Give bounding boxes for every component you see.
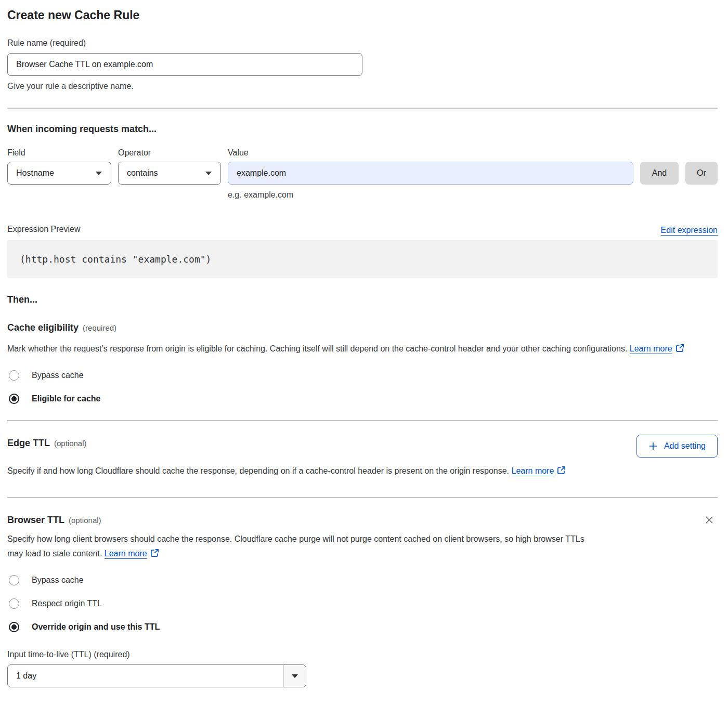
or-button[interactable]: Or [685, 162, 718, 185]
match-labels-row: Field Operator Value [7, 148, 718, 158]
expression-code: (http.host contains "example.com") [20, 254, 211, 265]
value-label: Value [228, 148, 633, 158]
then-heading: Then... [7, 293, 718, 306]
edge-ttl-heading: Edge TTL(optional) [7, 437, 87, 450]
cache-eligibility-description: Mark whether the request’s response from… [7, 342, 707, 357]
edge-ttl-description: Specify if and how long Cloudflare shoul… [7, 464, 590, 479]
field-select[interactable]: Hostname [7, 162, 111, 185]
learn-more-link[interactable]: Learn more [105, 549, 147, 558]
add-setting-button[interactable]: Add setting [636, 435, 718, 458]
radio-circle-icon [9, 575, 19, 585]
radio-eligible-for-cache[interactable]: Eligible for cache [7, 394, 100, 404]
browser-ttl-heading: Browser TTL(optional) [7, 514, 101, 527]
ttl-select-value: 1 day [8, 665, 283, 687]
page-title: Create new Cache Rule [7, 7, 718, 23]
rule-name-help: Give your rule a descriptive name. [7, 81, 718, 92]
learn-more-link[interactable]: Learn more [512, 466, 554, 475]
cache-eligibility-title: Cache eligibility [7, 322, 79, 333]
match-section-heading: When incoming requests match... [7, 123, 718, 135]
expression-preview-label: Expression Preview [7, 224, 81, 235]
expression-code-block: (http.host contains "example.com") [7, 240, 718, 278]
radio-circle-icon [9, 394, 19, 404]
chevron-down-icon [205, 171, 212, 176]
ttl-select[interactable]: 1 day [7, 664, 306, 687]
remove-browser-ttl-button[interactable] [702, 513, 717, 529]
radio-bypass-cache-browser[interactable]: Bypass cache [7, 575, 84, 585]
divider [7, 420, 718, 421]
rule-name-input[interactable] [7, 53, 362, 76]
radio-circle-icon [9, 598, 19, 609]
optional-tag: (optional) [54, 439, 87, 448]
external-link-icon [675, 343, 684, 357]
required-tag: (required) [83, 323, 116, 332]
edge-ttl-title: Edge TTL [7, 438, 50, 448]
value-help: e.g. example.com [228, 189, 718, 201]
plus-icon [648, 441, 658, 451]
divider [7, 108, 718, 109]
radio-override-origin-ttl[interactable]: Override origin and use this TTL [7, 622, 160, 632]
browser-ttl-description: Specify how long client browsers should … [7, 532, 584, 562]
ttl-input-label: Input time-to-live (TTL) (required) [7, 649, 718, 660]
rule-name-label: Rule name (required) [7, 37, 718, 49]
external-link-icon [150, 547, 159, 562]
cache-eligibility-heading: Cache eligibility(required) [7, 321, 718, 334]
radio-respect-origin-ttl[interactable]: Respect origin TTL [7, 598, 102, 609]
chevron-down-icon [95, 171, 102, 176]
learn-more-link[interactable]: Learn more [630, 344, 672, 353]
operator-select-value: contains [127, 168, 158, 178]
radio-bypass-cache[interactable]: Bypass cache [7, 370, 84, 381]
radio-circle-icon [9, 370, 19, 381]
browser-ttl-title: Browser TTL [7, 515, 64, 525]
field-label: Field [7, 148, 111, 158]
operator-label: Operator [118, 148, 221, 158]
field-select-value: Hostname [16, 168, 54, 178]
edit-expression-link[interactable]: Edit expression [661, 226, 718, 235]
match-controls-row: Hostname contains And Or [7, 162, 718, 185]
and-button[interactable]: And [640, 162, 679, 185]
ttl-select-arrow[interactable] [283, 665, 306, 687]
value-input[interactable] [228, 162, 633, 185]
close-icon [704, 515, 714, 525]
radio-circle-icon [9, 622, 19, 632]
divider [7, 497, 718, 498]
optional-tag: (optional) [69, 516, 101, 525]
operator-select[interactable]: contains [118, 162, 221, 185]
chevron-down-icon [291, 674, 298, 679]
external-link-icon [557, 465, 566, 479]
